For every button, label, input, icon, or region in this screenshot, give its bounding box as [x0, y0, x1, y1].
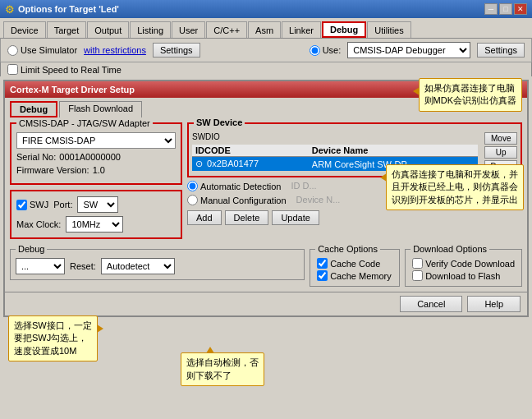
bottom-section: Debug ... Reset: Autodetect Cache Option…: [5, 249, 527, 292]
download-to-flash-checkbox[interactable]: Download to Flash: [412, 270, 515, 281]
inner-tab-flash-download[interactable]: Flash Download: [59, 101, 142, 117]
tab-user[interactable]: User: [172, 21, 205, 38]
help-button[interactable]: Help: [467, 296, 521, 312]
window-title: Options for Target 'Led': [18, 4, 119, 14]
manual-config-radio[interactable]: Manual Configuration: [187, 195, 287, 205]
debug-group-label: Debug: [16, 244, 47, 254]
tab-debug[interactable]: Debug: [322, 21, 366, 38]
tab-cpp[interactable]: C/C++: [206, 21, 247, 38]
firmware-label: Firmware Version:: [16, 165, 89, 175]
cache-memory-label: Cache Memory: [330, 271, 392, 281]
swj-label: SWJ: [30, 200, 48, 210]
dialog-footer: Cancel Help: [5, 292, 527, 315]
col-device-name: Device Name: [309, 145, 479, 157]
left-panel: CMSIS-DAP - JTAG/SW Adapter FIRE CMSIS-D…: [10, 122, 182, 244]
cache-memory-checkbox[interactable]: Cache Memory: [317, 270, 392, 281]
settings-button[interactable]: Settings: [153, 43, 200, 58]
tab-output[interactable]: Output: [87, 21, 129, 38]
idcode-cell: ⊙ 0x2BA01477: [192, 157, 309, 172]
tab-asm[interactable]: Asm: [248, 21, 281, 38]
minimize-button[interactable]: ─: [484, 3, 498, 15]
sw-device-label: SW Device: [194, 117, 245, 127]
cache-code-label: Cache Code: [330, 259, 380, 269]
download-options-label: Download Options: [410, 244, 489, 254]
limit-speed-checkbox[interactable]: Limit Speed to Real Time: [7, 64, 525, 75]
device-name-label: Device N...: [296, 195, 341, 205]
callout-bottom-left: 选择SW接口，一定 要把SWJ勾选上， 速度设置成10M: [8, 315, 98, 361]
use-debugger-radio[interactable]: Use:: [310, 45, 342, 56]
debug-group: Debug ... Reset: Autodetect: [10, 249, 305, 280]
cancel-button[interactable]: Cancel: [400, 296, 462, 312]
col-idcode: IDCODE: [192, 145, 309, 157]
adapter-group: CMSIS-DAP - JTAG/SW Adapter FIRE CMSIS-D…: [10, 122, 182, 185]
tab-target[interactable]: Target: [47, 21, 87, 38]
verify-code-checkbox[interactable]: Verify Code Download: [412, 258, 515, 269]
cache-options-box: Cache Options Cache Code Cache Memory: [310, 249, 400, 287]
adapter-group-label: CMSIS-DAP - JTAG/SW Adapter: [16, 118, 153, 128]
swdio-label: SWDIO: [192, 132, 478, 141]
callout-top-right: 如果仿真器连接了电脑 则MDK会识别出仿真器: [419, 78, 522, 112]
swj-checkbox[interactable]: SWJ: [16, 200, 48, 210]
max-clock-select[interactable]: 10MHz: [66, 216, 123, 233]
port-label: Port:: [53, 200, 72, 210]
reset-label: Reset:: [70, 261, 96, 271]
update-button[interactable]: Update: [272, 210, 319, 225]
maximize-button[interactable]: □: [499, 3, 512, 15]
tab-utilities[interactable]: Utilities: [367, 21, 410, 38]
download-to-flash-label: Download to Flash: [425, 271, 500, 281]
adapter-select[interactable]: FIRE CMSIS-DAP: [16, 132, 176, 149]
port-select[interactable]: SW: [77, 196, 118, 213]
close-button[interactable]: ✕: [514, 3, 527, 15]
serial-label: Serial No:: [16, 152, 56, 162]
action-buttons: Add Delete Update: [187, 210, 522, 225]
options-select[interactable]: ...: [16, 258, 65, 274]
firmware-row: Firmware Version: 1.0: [16, 165, 176, 175]
use-simulator-radio[interactable]: Use Simulator: [7, 45, 77, 56]
callout-bottom-middle: 选择自动检测，否 则下载不了: [181, 352, 264, 386]
tab-linker[interactable]: Linker: [282, 21, 321, 38]
callout-right-middle: 仿真器连接了电脑和开发板，并 且开发板已经上电，则仿真器会 识别到开发板的芯片，…: [386, 164, 524, 210]
auto-detection-radio[interactable]: Automatic Detection: [187, 181, 281, 191]
title-bar: ⚙ Options for Target 'Led' ─ □ ✕: [0, 0, 532, 18]
firmware-value: 1.0: [93, 165, 105, 175]
serial-row: Serial No: 0001A0000000: [16, 152, 176, 162]
settings-row: Use Simulator with restrictions Settings…: [0, 38, 532, 62]
reset-select[interactable]: Autodetect: [101, 258, 175, 274]
tab-device[interactable]: Device: [3, 21, 46, 38]
verify-code-label: Verify Code Download: [425, 259, 515, 269]
add-button[interactable]: Add: [187, 210, 222, 225]
cache-options-label: Cache Options: [315, 244, 380, 254]
cache-code-checkbox[interactable]: Cache Code: [317, 258, 392, 269]
move-button[interactable]: Move: [484, 132, 517, 145]
max-clock-label: Max Clock:: [16, 219, 61, 229]
inner-tab-debug[interactable]: Debug: [10, 101, 57, 117]
debugger-settings-button[interactable]: Settings: [477, 43, 525, 58]
with-restrictions-link[interactable]: with restrictions: [84, 45, 146, 55]
inner-dialog-title: Cortex-M Target Driver Setup: [10, 85, 135, 94]
tab-listing[interactable]: Listing: [130, 21, 171, 38]
download-options-box: Download Options Verify Code Download Do…: [405, 249, 522, 287]
title-bar-controls: ─ □ ✕: [484, 3, 527, 15]
up-button[interactable]: Up: [484, 146, 517, 159]
delete-button[interactable]: Delete: [225, 210, 269, 225]
debugger-select[interactable]: CMSIS-DAP Debugger: [347, 42, 470, 58]
swj-group: SWJ Port: SW Max Clock: 10MHz: [10, 190, 182, 239]
serial-value: 0001A0000000: [59, 152, 121, 162]
id-code-label: ID D...: [291, 181, 316, 191]
outer-tabs: Device Target Output Listing User C/C++ …: [0, 18, 532, 38]
